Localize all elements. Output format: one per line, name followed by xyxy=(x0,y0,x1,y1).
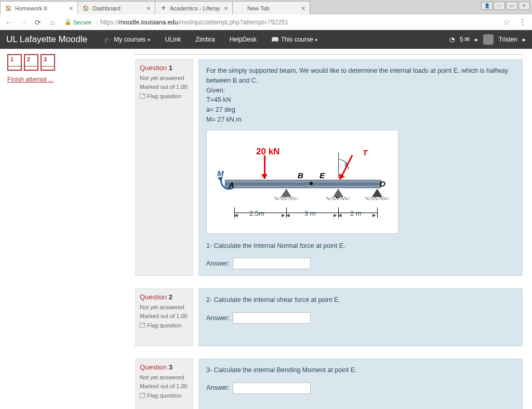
tab-title: Homework 8 xyxy=(15,5,67,11)
home-icon: 🏠 xyxy=(82,5,89,12)
browser-tab-strip: 🏠 Homework 8 × 🏠 Dashboard × ⚜ Academics… xyxy=(0,0,532,15)
qnav-2[interactable]: 2 xyxy=(24,54,38,71)
flag-question-link[interactable]: Flag question xyxy=(140,93,189,99)
back-button[interactable]: ← xyxy=(3,17,15,28)
page-body: 1 2 3 Finish attempt ... Question 1 Not … xyxy=(0,49,532,409)
browser-toolbar: ← → ⟳ ⌂ 🔒 Secure | https://moodle.louisi… xyxy=(0,15,532,30)
close-icon[interactable]: × xyxy=(69,4,73,12)
qnav-1[interactable]: 1 xyxy=(7,54,22,71)
question-info: Question 3 Not yet answered Marked out o… xyxy=(135,359,193,409)
question-content: 3- Calculate the internal Bending Moment… xyxy=(198,359,523,409)
fleur-icon: ⚜ xyxy=(159,5,167,12)
tab-newtab[interactable]: New Tab × xyxy=(232,1,310,15)
tab-academics[interactable]: ⚜ Academics - Liferay × xyxy=(155,1,233,15)
answer-label: Answer: xyxy=(206,259,230,269)
home-icon: 🏠 xyxy=(5,5,12,12)
primary-nav: 🎓My courses▸ ULink Zimbra HelpDesk 📖This… xyxy=(97,36,325,43)
url-text: https://moodle.louisiana.edu/mod/quiz/at… xyxy=(100,19,288,26)
nav-ulink[interactable]: ULink xyxy=(158,36,189,43)
answer-label: Answer: xyxy=(206,313,230,323)
avatar[interactable] xyxy=(483,34,494,45)
question-info: Question 2 Not yet answered Marked out o… xyxy=(135,288,193,346)
tab-title: New Tab xyxy=(247,5,299,11)
maximize-icon[interactable]: ▭ xyxy=(506,2,517,10)
bookmark-icon[interactable]: ☆ xyxy=(500,17,513,27)
window-controls: 👤 — ▭ ✕ xyxy=(481,2,530,10)
question-content: For the simply supported beam, We would … xyxy=(198,59,523,276)
nav-my-courses[interactable]: 🎓My courses▸ xyxy=(97,36,157,43)
header-right: ◔ 5 ✉ ▸ Tristen▸ xyxy=(449,34,526,45)
subquestion-text: 3- Calculate the internal Bending Moment… xyxy=(206,365,515,375)
question-content: 2- Calculate the internal shear force at… xyxy=(198,288,523,346)
question-text: For the simply supported beam, We would … xyxy=(206,66,515,86)
beam-diagram: 20 kN T a M A B E C D xyxy=(206,130,398,234)
user-icon[interactable]: 👤 xyxy=(481,2,493,10)
answer-input-2[interactable] xyxy=(233,312,311,324)
blank-icon xyxy=(237,5,244,12)
answer-input-3[interactable] xyxy=(233,382,311,394)
address-bar[interactable]: 🔒 Secure | https://moodle.louisiana.edu/… xyxy=(61,19,497,26)
flag-icon xyxy=(140,94,145,99)
forward-button[interactable]: → xyxy=(18,17,29,28)
subquestion-text: 1- Calculate the Internal Normal force a… xyxy=(206,241,515,251)
user-name[interactable]: Tristen xyxy=(499,36,517,43)
finish-attempt-link[interactable]: Finish attempt ... xyxy=(7,76,54,83)
answer-label: Answer: xyxy=(206,383,230,393)
secure-label: Secure xyxy=(73,19,91,25)
clock-icon[interactable]: ◔ xyxy=(449,36,455,43)
close-icon[interactable]: × xyxy=(224,4,228,12)
home-button[interactable]: ⌂ xyxy=(47,17,58,28)
chrome-menu-icon[interactable]: ⋮ xyxy=(516,17,529,27)
minimize-icon[interactable]: — xyxy=(494,2,505,10)
nav-zimbra[interactable]: Zimbra xyxy=(188,36,222,43)
book-icon: 📖 xyxy=(271,36,279,43)
close-icon[interactable]: × xyxy=(301,4,305,12)
question-2: Question 2 Not yet answered Marked out o… xyxy=(135,288,523,346)
flag-icon xyxy=(140,323,145,328)
mail-badge[interactable]: 5 ✉ xyxy=(460,36,470,43)
flag-question-link[interactable]: Flag question xyxy=(140,392,189,399)
lock-icon: 🔒 Secure xyxy=(64,19,91,25)
answer-input-1[interactable] xyxy=(233,258,311,269)
mark-text: Marked out of 1.00 xyxy=(140,84,189,90)
flag-question-link[interactable]: Flag question xyxy=(140,322,189,328)
tab-title: Dashboard xyxy=(92,5,144,11)
flag-icon xyxy=(140,393,145,398)
question-info: Question 1 Not yet answered Marked out o… xyxy=(135,59,193,276)
reload-button[interactable]: ⟳ xyxy=(32,17,44,28)
site-header: UL Lafayette Moodle 🎓My courses▸ ULink Z… xyxy=(0,30,532,49)
tab-homework[interactable]: 🏠 Homework 8 × xyxy=(0,1,78,15)
nav-this-course[interactable]: 📖This course▸ xyxy=(264,36,325,43)
qnav-3[interactable]: 3 xyxy=(41,54,55,71)
question-1: Question 1 Not yet answered Marked out o… xyxy=(135,59,523,276)
courses-icon: 🎓 xyxy=(104,36,112,43)
close-window-icon[interactable]: ✕ xyxy=(518,2,530,10)
status-text: Not yet answered xyxy=(140,75,189,81)
subquestion-text: 2- Calculate the internal shear force at… xyxy=(206,295,515,305)
site-brand[interactable]: UL Lafayette Moodle xyxy=(6,34,87,45)
quiz-nav-sidebar: 1 2 3 Finish attempt ... xyxy=(0,49,135,409)
close-icon[interactable]: × xyxy=(147,4,151,12)
tab-title: Academics - Liferay xyxy=(170,5,222,11)
question-3: Question 3 Not yet answered Marked out o… xyxy=(135,359,523,409)
nav-helpdesk[interactable]: HelpDesk xyxy=(222,36,264,43)
quiz-main: Question 1 Not yet answered Marked out o… xyxy=(135,49,532,409)
tab-dashboard[interactable]: 🏠 Dashboard × xyxy=(77,1,155,15)
